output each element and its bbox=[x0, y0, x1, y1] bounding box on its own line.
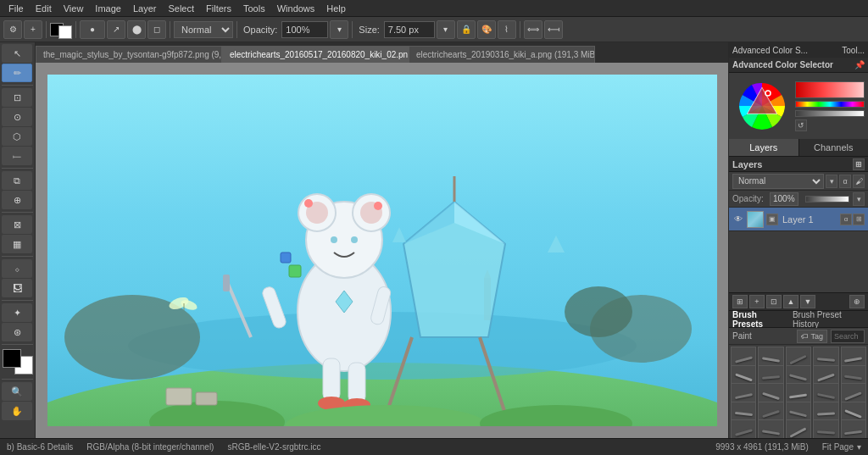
layer-action-more[interactable]: ⊞ bbox=[853, 214, 865, 225]
tool-crop[interactable]: ⊠ bbox=[2, 215, 32, 234]
layer-down-btn[interactable]: ▼ bbox=[800, 295, 815, 308]
color-wheel[interactable] bbox=[732, 76, 792, 136]
add-layer-btn[interactable]: + bbox=[749, 295, 765, 308]
brush-category-row: Paint 🏷 Tag bbox=[729, 328, 868, 345]
tool-polygon[interactable]: ⬡ bbox=[2, 127, 32, 146]
brush-tip-btn[interactable]: ⬤ bbox=[127, 20, 146, 39]
color-reset-btn[interactable]: ↺ bbox=[795, 119, 807, 131]
duplicate-layer-btn[interactable]: ⊡ bbox=[766, 295, 782, 308]
tab-0[interactable]: the_magic_stylus_by_tysontan-g9fp872.png… bbox=[36, 46, 222, 63]
menu-view[interactable]: View bbox=[58, 3, 89, 14]
alpha-slider[interactable] bbox=[795, 110, 865, 117]
menu-filters[interactable]: Filters bbox=[201, 3, 236, 14]
layer-eye-icon[interactable]: 👁 bbox=[732, 214, 744, 225]
menu-edit[interactable]: Edit bbox=[31, 3, 57, 14]
bg-color-indicator[interactable] bbox=[58, 25, 72, 39]
brush-type-btn[interactable]: ● bbox=[80, 20, 105, 39]
color-selector-title: Advanced Color Selector bbox=[732, 60, 833, 69]
mirror-v-btn[interactable]: ⟻ bbox=[544, 20, 563, 39]
layer-item-0[interactable]: 👁 ▣ Layer 1 α ⊞ bbox=[729, 208, 868, 231]
layer-lock-paint[interactable]: 🖌 bbox=[853, 175, 865, 188]
tool-heal[interactable]: ✦ bbox=[2, 303, 32, 322]
tool-freehand-select[interactable]: ⟝ bbox=[2, 147, 32, 165]
layer-thumb bbox=[747, 211, 764, 228]
tab-layers[interactable]: Layers bbox=[729, 139, 799, 156]
toolbox-colors[interactable] bbox=[3, 349, 33, 375]
layer-up-btn[interactable]: ▲ bbox=[783, 295, 798, 308]
layer-blend-menu[interactable]: ▾ bbox=[826, 175, 837, 188]
color-selector-header: Advanced Color Selector 📌 bbox=[729, 58, 868, 73]
tool-preset-btn[interactable]: ⚙ bbox=[3, 20, 22, 39]
tool-move[interactable]: ⊕ bbox=[2, 191, 32, 209]
svg-rect-33 bbox=[289, 265, 301, 277]
add-layer-group-btn[interactable]: ⊞ bbox=[732, 295, 748, 308]
brush-item-21[interactable] bbox=[758, 419, 783, 438]
menu-windows[interactable]: Windows bbox=[272, 3, 320, 14]
menu-help[interactable]: Help bbox=[321, 3, 351, 14]
tool-pan[interactable]: ✋ bbox=[2, 402, 32, 420]
opacity-input[interactable] bbox=[281, 21, 328, 38]
menu-tools[interactable]: Tools bbox=[238, 3, 270, 14]
layer-merge-btn[interactable]: ⊕ bbox=[849, 295, 865, 308]
brush-use-color-btn[interactable]: 🎨 bbox=[477, 20, 496, 39]
tool-cursor[interactable]: ↖ bbox=[2, 44, 32, 63]
tab-channels[interactable]: Channels bbox=[799, 139, 869, 156]
tool-colorpicker[interactable]: ⬦ bbox=[2, 259, 32, 278]
tool-clone[interactable]: ⊛ bbox=[2, 323, 32, 341]
mirror-h-btn[interactable]: ⟺ bbox=[524, 20, 542, 39]
menu-image[interactable]: Image bbox=[90, 3, 126, 14]
layer-lock-alpha[interactable]: α bbox=[839, 175, 851, 188]
foreground-color[interactable] bbox=[3, 349, 21, 368]
status-mode[interactable]: b) Basic-6 Details bbox=[7, 442, 73, 452]
tool-transform[interactable]: ⧉ bbox=[2, 171, 32, 190]
color-preview[interactable] bbox=[795, 81, 865, 98]
tab-1[interactable]: electrichearts_20160517_20160820_kiki_02… bbox=[222, 46, 409, 63]
size-label: Size: bbox=[356, 25, 381, 35]
size-input[interactable] bbox=[384, 21, 435, 38]
hue-slider[interactable] bbox=[795, 101, 865, 108]
brush-preset-history-tab[interactable]: Brush Preset History bbox=[793, 311, 865, 329]
brush-smoothing-btn[interactable]: ⌇ bbox=[498, 20, 516, 39]
layer-panel-options[interactable]: ⊞ bbox=[853, 158, 865, 170]
layer-action-alpha[interactable]: α bbox=[840, 214, 852, 225]
zoom-level[interactable]: Fit Page bbox=[822, 442, 854, 452]
brush-lock-btn[interactable]: 🔒 bbox=[457, 20, 476, 39]
brush-dynamics-btn[interactable]: ↗ bbox=[107, 20, 125, 39]
brush-tag-btn[interactable]: 🏷 Tag bbox=[797, 330, 827, 343]
menu-layer[interactable]: Layer bbox=[128, 3, 162, 14]
brush-item-24[interactable] bbox=[841, 419, 866, 438]
brush-presets-tab[interactable]: Brush Presets bbox=[732, 311, 786, 329]
tab-2[interactable]: electrichearts_20190316_kiki_a.png (191,… bbox=[409, 46, 595, 63]
opacity-menu[interactable]: ▾ bbox=[853, 192, 865, 206]
toolbox: ↖ ✏ ⊡ ⊙ ⬡ ⟝ ⧉ ⊕ ⊠ ▦ ⬦ ⛾ ✦ ⊛ 🔍 ✋ bbox=[0, 42, 36, 438]
opacity-row-value[interactable]: 100% bbox=[770, 192, 798, 206]
canvas-wrapper[interactable] bbox=[36, 63, 728, 438]
new-preset-btn[interactable]: + bbox=[24, 20, 42, 39]
brush-item-20[interactable] bbox=[731, 419, 756, 438]
advanced-color-title: Advanced Color S... bbox=[732, 46, 838, 55]
menu-file[interactable]: File bbox=[3, 3, 29, 14]
tab-bar: the_magic_stylus_by_tysontan-g9fp872.png… bbox=[36, 42, 728, 63]
tool-ellipse[interactable]: ⊙ bbox=[2, 108, 32, 126]
layers-title: Layers bbox=[732, 159, 762, 169]
brush-search-input[interactable] bbox=[831, 330, 865, 343]
tool-fill[interactable]: ⛾ bbox=[2, 279, 32, 297]
size-menu-btn[interactable]: ▾ bbox=[437, 20, 455, 39]
menu-select[interactable]: Select bbox=[163, 3, 199, 14]
erase-btn[interactable]: ◻ bbox=[147, 20, 166, 39]
tool-zoom[interactable]: 🔍 bbox=[2, 382, 32, 401]
opacity-menu-btn[interactable]: ▾ bbox=[330, 20, 348, 39]
zoom-menu-btn[interactable]: ▾ bbox=[857, 442, 861, 452]
layer-blend-mode[interactable]: Normal bbox=[732, 174, 824, 189]
color-selector-pin[interactable]: 📌 bbox=[854, 60, 865, 69]
opacity-row-label: Opacity: bbox=[732, 194, 766, 203]
tool-rect-select[interactable]: ⊡ bbox=[2, 88, 32, 107]
brush-item-22[interactable] bbox=[786, 419, 811, 438]
tool-freehand[interactable]: ✏ bbox=[2, 64, 32, 82]
tool-gradient[interactable]: ▦ bbox=[2, 235, 32, 253]
blend-mode-select[interactable]: Normal bbox=[174, 21, 233, 38]
svg-rect-41 bbox=[166, 388, 192, 405]
opacity-slider[interactable] bbox=[805, 196, 849, 203]
brush-item-23[interactable] bbox=[813, 419, 838, 438]
layers-section: Layers ⊞ Normal ▾ α 🖌 Opacity: 100% bbox=[729, 157, 868, 438]
